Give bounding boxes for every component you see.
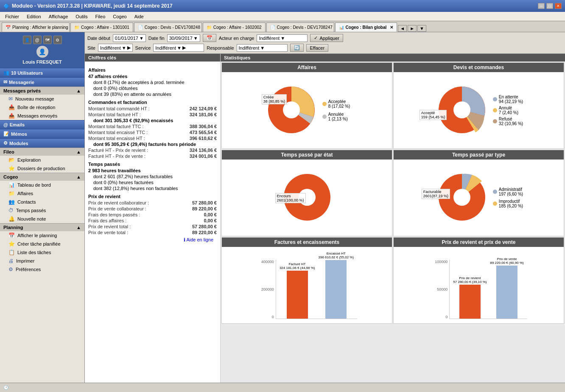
service-input[interactable]: Indifférent ▼ ▶ [153,44,204,52]
cogeo-header[interactable]: Cogeo ▲ [0,173,84,181]
sidebar-nouveau-message[interactable]: ✉ Nouveau message [0,95,84,103]
responsable-input[interactable]: Indifférent ▼ [237,44,288,52]
date-fin-dropdown[interactable]: ▼ [193,36,198,41]
legend-dot-refuse [493,119,497,123]
encaisse-ht-bar-group: Encaissé HT396 610,62 € (55,02 %) [319,252,354,319]
menu-cogeo[interactable]: Cogeo [109,13,130,20]
date-debut-label: Date début [87,36,110,41]
sidebar-afficher-planning[interactable]: 📅 Afficher le planning [0,231,84,240]
sidebar-emails-btn[interactable]: @ Emails [0,120,84,129]
fileo-collapse[interactable]: ▲ [76,149,81,154]
sidebar-dossiers-prod[interactable]: ⭐ Dossiers de production [0,164,84,173]
montant-facture-row: Montant total facturé HT : 324 181,06 € [88,112,217,118]
chiffres-panel-header: Chiffres clés [85,54,220,62]
tab-affaire-label-1: Cogeo : Affaire - 1301001 [81,25,129,30]
prix-revient-bar [459,285,481,319]
service-dropdown[interactable]: ▼ [177,45,182,50]
sidebar-icon-settings[interactable]: ⚙ [53,36,62,44]
refresh-btn[interactable]: 🔄 [290,44,304,52]
menu-aide[interactable]: Aide [131,13,147,20]
affaires-icon: 📁 [8,190,15,196]
sidebar-icon-map[interactable]: 🗺 [43,36,52,44]
tab-devis-1708247[interactable]: 📄 Cogeo : Devis - DEV1708247 [266,22,334,32]
sidebar-modules-btn[interactable]: ⚙ Modules [0,138,84,148]
prix-revient-total-row: Prix de revient total : 57 280,00 € [88,224,217,230]
sidebar-creer-tache[interactable]: ⭐ Créer tâche planifiée [0,240,84,248]
temps-etat-chart-card: Temps passé par état Encours2601(100,00 … [221,150,392,236]
sidebar-boite-reception[interactable]: 📥 Boîte de réception [0,103,84,112]
tab-devis-label-2: Cogeo : Devis - DEV1708247 [277,25,333,30]
sidebar-memos-btn[interactable]: 📝 Mémos [0,129,84,138]
messages-prives-collapse[interactable]: ▲ [76,88,81,93]
sidebar-temps-passes[interactable]: ⏱ Temps passés [0,206,84,215]
prix-vente-bar [496,266,517,319]
site-input[interactable]: Indifférent ▼ ▶ [98,44,133,52]
cogeo-collapse[interactable]: ▲ [76,174,81,179]
tab-affaire-1602002[interactable]: 📁 Cogeo : Affaire - 1602002 [203,22,266,32]
sidebar-imprimer[interactable]: 🖨 Imprimer [0,257,84,265]
legend-dot-annule [493,108,497,112]
tab-nav-left[interactable]: ◄ [398,25,407,32]
appliquer-btn[interactable]: ✓ Appliquer [310,34,343,42]
date-debut-dropdown[interactable]: ▼ [139,36,144,41]
liste-taches-label: Liste des tâches [17,250,51,255]
commandes-section-title: Commandes et facturation [88,100,217,105]
fileo-header[interactable]: Fileo ▲ [0,148,84,156]
menu-fileo[interactable]: Fileo [92,13,109,20]
sidebar-icon-at[interactable]: @ [33,36,42,44]
calendar-btn[interactable]: 📅 [203,34,216,42]
site-nav[interactable]: ▶ [127,45,131,50]
sidebar-preferences[interactable]: ⚙ Préférences [0,265,84,274]
sidebar-messagerie-btn[interactable]: ✉ Messagerie [0,77,84,87]
site-dropdown[interactable]: ▼ [122,45,126,50]
minimize-button[interactable]: ─ [538,3,545,9]
tab-bilan-global[interactable]: 📊 Cogeo : Bilan global ✕ [335,22,397,32]
effacer-btn[interactable]: Effacer [306,44,329,52]
menu-outils[interactable]: Outils [72,13,91,20]
tab-nav-dropdown[interactable]: ▼ [417,25,426,32]
tab-affaire-icon-1: 📁 [74,25,79,30]
menu-edition[interactable]: Edition [23,13,45,20]
tab-bilan-icon: 📊 [339,25,344,30]
temps-type-legend: Administratif197 (6,60 %) Improductif185… [493,186,523,209]
tab-affaire-1301001[interactable]: 📁 Cogeo : Affaire - 1301001 [70,22,133,32]
planning-header[interactable]: Planning ▲ [0,223,84,231]
sidebar-nouvelle-note[interactable]: 🔔 Nouvelle note [0,215,84,223]
planning-collapse[interactable]: ▲ [76,225,81,230]
temps-type-chart-card: Temps passé par type [393,150,564,236]
menu-fichier[interactable]: Fichier [2,13,22,20]
date-fin-input[interactable]: 30/09/2017 ▼ [167,34,200,42]
legend-annulee: Annulée1 (2,13 %) [328,112,348,121]
acteur-input[interactable]: Indifférent ▼ [257,34,308,42]
sidebar-tableau-bord[interactable]: 📊 Tableau de bord [0,181,84,189]
montant-encaisse-ttc-label: Montant total encaissé TTC : [88,130,148,135]
content-area: Date début 01/01/2017 ▼ Date fin 30/09/2… [85,32,565,383]
tab-bilan-close[interactable]: ✕ [390,25,393,30]
acteur-dropdown[interactable]: ▼ [280,36,285,41]
date-debut-input[interactable]: 01/01/2017 ▼ [113,34,146,42]
sidebar-contacts[interactable]: 👥 Contacts [0,198,84,206]
facture-prix-vente-value: 324 001,06 € [190,154,217,159]
sidebar-icon-user[interactable]: 👤 [23,36,31,44]
close-button[interactable]: ✕ [555,3,562,9]
service-nav[interactable]: ▶ [182,45,186,50]
svg-point-7 [453,189,470,206]
creer-tache-icon: ⭐ [8,241,15,247]
responsable-dropdown[interactable]: ▼ [260,45,265,50]
menu-affichage[interactable]: Affichage [45,13,72,20]
facturees-row: dont 0 (0%) heures facturées [88,179,217,185]
utilisateurs-icon: 👥 [3,70,9,76]
hors-periode-text: dont 95 305,29 € (29,4%) facturés hors p… [93,142,196,147]
sidebar-utilisateurs-btn[interactable]: 👥 10 Utilisateurs [0,68,84,77]
tab-devis-1708248[interactable]: 📄 Cogeo : Devis - DEV1708248 [134,22,202,32]
sidebar-liste-taches[interactable]: 📋 Liste des tâches [0,248,84,257]
maximize-button[interactable]: □ [546,3,553,9]
sidebar-messages-envoyes[interactable]: 📤 Messages envoyés [0,112,84,120]
messages-prives-header[interactable]: Messages privés ▲ [0,87,84,95]
tab-nav-right[interactable]: ► [408,25,417,32]
sidebar-affaires[interactable]: 📁 Affaires [0,189,84,198]
sidebar-exploration[interactable]: 📂 Exploration [0,156,84,164]
aide-en-ligne-link[interactable]: ℹ Aide en ligne [88,235,217,244]
tab-planning[interactable]: 📅 Planning : Afficher le planning [2,22,70,32]
tab-planning-icon: 📅 [6,25,11,30]
